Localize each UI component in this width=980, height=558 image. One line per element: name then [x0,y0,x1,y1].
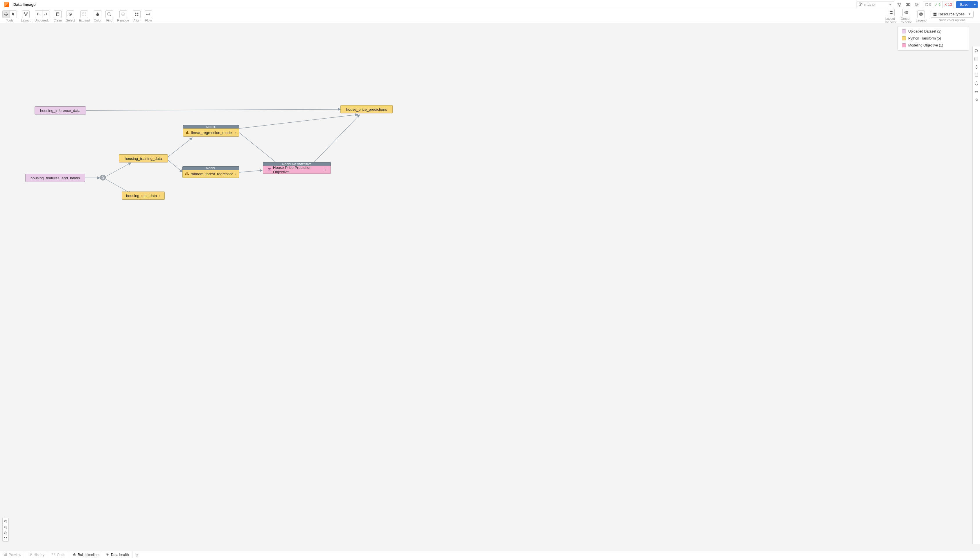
chevron-down-icon: ▼ [889,3,892,6]
chevron-right-icon: › [325,168,326,171]
edges-layer [0,23,980,551]
page-title: Data lineage [13,2,36,7]
svg-rect-22 [892,13,893,14]
fx-node[interactable]: fx [100,175,106,181]
svg-rect-16 [135,15,136,16]
svg-rect-21 [889,13,890,14]
layout-color-icon-button[interactable] [887,9,894,16]
svg-rect-51 [4,553,7,556]
zoom-controls [2,518,9,542]
check-icon: ✓ [935,3,937,7]
svg-line-35 [168,138,192,157]
svg-rect-30 [935,14,937,16]
svg-point-2 [861,3,862,4]
save-button[interactable]: Save [956,1,972,8]
tool-group-label: Layout by color [885,17,897,24]
node-housing-test-data[interactable]: housing_test_data › [122,192,165,200]
footer-bar: PreviewHistoryCodeBuild timelineData hea… [0,551,980,558]
history-icon [28,553,32,557]
svg-rect-14 [135,13,136,14]
node-housing-training-data[interactable]: housing_training_data [119,154,168,162]
svg-rect-20 [892,11,893,12]
footer-tab-history: History [25,551,48,558]
node-housing-features-and-labels[interactable]: housing_features_and_labels [25,174,85,182]
branch-name: master [864,2,876,7]
node-header-model: MODEL [183,125,239,128]
svg-point-4 [900,3,901,4]
expand-icon-button [81,11,88,18]
redo-icon-button[interactable] [42,11,49,18]
model-icon [186,130,190,135]
tool-group-legend: Legend [916,10,926,22]
footer-tab-data-health[interactable]: Data health [102,551,133,558]
node-linear-regression-model[interactable]: MODEL linear_regression_model › [183,128,239,136]
status-ok[interactable]: ✓ 6 [933,2,942,8]
footer-tab-preview: Preview [0,551,25,558]
svg-rect-17 [137,15,139,16]
move-icon-button[interactable] [3,11,10,18]
rail-expand-icon[interactable] [974,89,979,94]
legend-icon-button[interactable] [918,11,924,18]
node-house-price-predictions[interactable]: house_price_predictions [340,105,393,113]
svg-point-5 [899,5,900,7]
tool-group-label: Undo/redo [34,19,49,22]
rail-search-icon[interactable] [974,48,979,54]
canvas[interactable]: Uploaded Dataset (2)Python Transform (5)… [0,23,980,551]
node-modeling-objective[interactable]: MODELING OBJECTIVE House Price Predictio… [263,166,331,174]
select-arrow-icon-button[interactable] [10,11,16,18]
footer-tab-build-timeline[interactable]: Build timeline [69,551,102,558]
footer-collapse-button[interactable] [133,551,142,558]
settings-icon-button[interactable] [913,1,921,8]
zoom-home-button[interactable] [3,518,8,524]
legend-panel: Uploaded Dataset (2)Python Transform (5)… [898,26,969,51]
svg-point-18 [147,14,147,15]
tool-group-label: Layout [21,19,31,22]
rail-shield-icon[interactable] [974,81,979,86]
status-sync[interactable]: 0 [923,2,933,8]
tool-group-label: Flow [145,19,152,22]
svg-line-37 [239,115,358,128]
svg-line-34 [105,179,131,193]
align-icon-button[interactable] [133,11,140,18]
node-header-model: MODEL [182,166,239,170]
branch-selector[interactable]: master ▼ [857,1,894,8]
resource-types-dropdown[interactable]: Resource types▼ [931,11,973,18]
find-icon-button[interactable] [106,11,113,18]
tool-group-align: Align [133,10,141,22]
zoom-out-button[interactable] [3,530,8,536]
rail-list-icon[interactable] [974,56,979,62]
save-dropdown[interactable]: ▼ [972,1,978,8]
command-icon-button[interactable] [904,1,912,8]
color-icon-button[interactable] [94,11,101,18]
model-icon [185,172,189,176]
tool-group-find: Find [105,10,113,22]
rail-collapse-icon[interactable] [974,97,979,102]
tool-group-undo-redo: Undo/redo [34,10,49,22]
node-housing-inference-data[interactable]: housing_inference_data [34,107,86,115]
legend-item: Modeling Objective (1) [902,43,943,48]
tool-group-remove: Remove [117,10,129,22]
clean-icon-button[interactable] [54,11,61,18]
layout-icon-button[interactable] [22,11,29,18]
svg-point-6 [916,4,917,5]
legend-swatch [902,36,906,40]
zoom-fit-button[interactable] [3,536,8,542]
tool-group-label: Clean [54,19,62,22]
rail-compass-icon[interactable] [974,64,979,70]
undo-icon-button[interactable] [35,11,42,18]
svg-line-40 [311,115,360,166]
legend-swatch [902,30,906,33]
svg-line-39 [239,170,262,172]
target-icon-button[interactable] [67,11,74,18]
rail-calendar-icon[interactable] [974,73,979,78]
svg-rect-28 [935,13,937,14]
flow-icon-button[interactable] [145,11,152,18]
chevron-right-icon: › [159,194,160,197]
tool-group-label: Select [66,19,75,22]
branches-icon-button[interactable] [895,1,903,8]
group-color-icon-button[interactable] [903,9,910,16]
node-random-forest-regressor[interactable]: MODEL random_forest_regressor › [182,170,239,178]
status-error[interactable]: ✕ 13 [942,2,954,8]
svg-point-3 [898,3,899,4]
zoom-in-button[interactable] [3,524,8,530]
